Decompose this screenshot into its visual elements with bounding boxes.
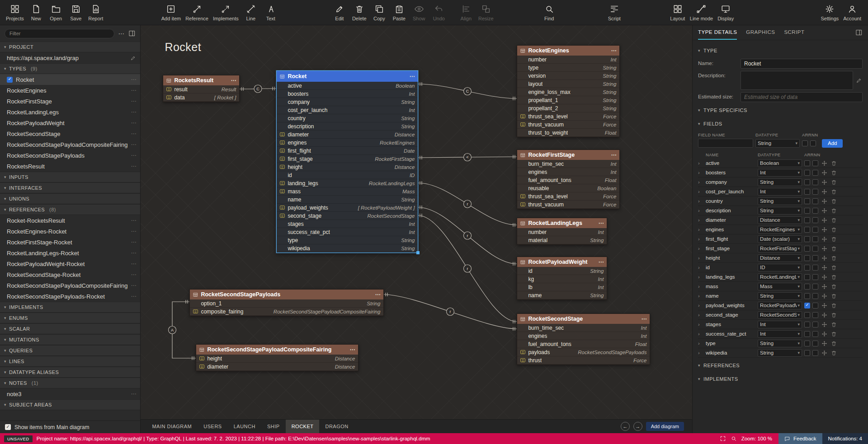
entity-field-engine-loss-max[interactable]: engine_loss_maxString [517, 88, 619, 96]
nn-checkbox[interactable] [812, 217, 818, 223]
sidebar-item-rocketfirststage-rocket[interactable]: RocketFirstStage-Rocket⋯ [0, 237, 140, 248]
nn-checkbox[interactable] [812, 189, 818, 195]
move-icon[interactable] [821, 254, 828, 262]
datatype-select[interactable]: Int▾ [758, 321, 802, 328]
expand-icon[interactable]: › [698, 246, 703, 251]
sidebar-item-rocket-rocketsresult[interactable]: Rocket-RocketsResult⋯ [0, 215, 140, 226]
delete-icon[interactable] [830, 321, 837, 328]
item-checkbox[interactable] [7, 77, 13, 83]
move-icon[interactable] [821, 264, 828, 271]
item-menu-icon[interactable]: ⋯ [131, 109, 136, 115]
delete-icon[interactable] [830, 283, 837, 290]
item-menu-icon[interactable]: ⋯ [131, 76, 136, 83]
entity-field-diameter[interactable]: diameterDistance [196, 363, 358, 371]
nn-checkbox[interactable] [812, 227, 818, 233]
arr-checkbox[interactable] [804, 227, 810, 233]
item-menu-icon[interactable]: ⋯ [131, 163, 136, 169]
item-menu-icon[interactable]: ⋯ [131, 228, 136, 234]
sidebar-section-lines[interactable]: ▾LINES [0, 356, 140, 367]
nn-checkbox[interactable] [812, 160, 818, 166]
entity-field-height[interactable]: heightDistance [277, 163, 418, 171]
entity-header[interactable]: RocketSecondStage⋯ [517, 314, 650, 324]
datatype-select[interactable]: String▾ [758, 207, 802, 215]
add-field-button[interactable]: Add [822, 139, 843, 148]
entity-menu-icon[interactable]: ⋯ [375, 291, 380, 298]
sidebar-item-rocketsecondstagepayloadcompositefairing[interactable]: RocketSecondStagePayloadCompositeFairing… [0, 280, 140, 291]
delete-icon[interactable] [830, 273, 837, 280]
edit-description-icon[interactable] [856, 77, 863, 84]
diagram-tab-rocket[interactable]: ROCKET [286, 420, 320, 433]
delete-icon[interactable] [830, 311, 837, 318]
entity-menu-icon[interactable]: ⋯ [598, 220, 604, 226]
toolbar-settings[interactable]: Settings [819, 0, 841, 25]
entity-field-fuel-amount-tons[interactable]: fuel_amount_tonsFloat [517, 340, 650, 348]
delete-icon[interactable] [830, 235, 837, 243]
entity-field-thrust-to-weight[interactable]: thrust_to_weightFloat [517, 129, 619, 137]
arr-checkbox[interactable] [804, 331, 810, 337]
item-menu-icon[interactable]: ⋯ [131, 282, 136, 289]
sidebar-item-rocketlandinglegs-rocket[interactable]: RocketLandingLegs-Rocket⋯ [0, 248, 140, 258]
move-icon[interactable] [821, 178, 828, 186]
toolbar-line[interactable]: Line [241, 0, 261, 25]
new-field-nn-checkbox[interactable] [810, 140, 816, 146]
arr-checkbox[interactable] [804, 255, 810, 261]
arr-checkbox[interactable] [804, 341, 810, 346]
toolbar-line-mode[interactable]: Line mode [688, 0, 715, 25]
new-field-datatype-select[interactable]: String ▾ [755, 139, 800, 148]
delete-icon[interactable] [830, 178, 837, 186]
nn-checkbox[interactable] [812, 341, 818, 346]
entity-rocketfirststage[interactable]: RocketFirstStage⋯burn_time_secIntengines… [517, 150, 620, 209]
new-field-name-input[interactable] [698, 139, 753, 148]
entity-field-type[interactable]: typeString [517, 64, 619, 72]
nn-checkbox[interactable] [812, 170, 818, 176]
datatype-select[interactable]: Boolean▾ [758, 159, 802, 167]
expand-icon[interactable]: › [698, 293, 703, 299]
item-menu-icon[interactable]: ⋯ [131, 250, 136, 256]
entity-field-payloads[interactable]: payloadsRocketSecondStagePayloads [517, 348, 650, 356]
entity-field-wikipedia[interactable]: wikipediaString [277, 244, 418, 252]
datatype-select[interactable]: String▾ [758, 340, 802, 347]
sidebar-item-rocketfirststage[interactable]: RocketFirstStage⋯ [0, 96, 140, 107]
entity-header[interactable]: RocketLandingLegs⋯ [517, 218, 607, 228]
prev-diagram-button[interactable]: ← [621, 422, 630, 431]
arr-checkbox[interactable] [804, 265, 810, 271]
nn-checkbox[interactable] [812, 179, 818, 185]
delete-icon[interactable] [830, 264, 837, 271]
item-menu-icon[interactable]: ⋯ [131, 98, 136, 104]
toolbar-delete[interactable]: Delete [349, 0, 369, 25]
entity-field-success-rate-pct[interactable]: success_rate_pctInt [277, 228, 418, 236]
delete-icon[interactable] [830, 254, 837, 262]
diagram-tab-launch[interactable]: LAUNCH [228, 420, 261, 433]
tab-type-details[interactable]: TYPE DETAILS [698, 25, 737, 40]
item-menu-icon[interactable]: ⋯ [131, 87, 136, 93]
delete-icon[interactable] [830, 245, 837, 252]
nn-checkbox[interactable] [812, 284, 818, 290]
entity-field-option-1[interactable]: option_1String [190, 299, 383, 308]
diagram-tab-main-diagram[interactable]: MAIN DIAGRAM [146, 420, 198, 433]
expand-icon[interactable]: › [698, 255, 703, 261]
entity-field-material[interactable]: materialString [517, 236, 607, 244]
nn-checkbox[interactable] [812, 293, 818, 299]
section-implements-header[interactable]: ▾ IMPLEMENTS [698, 373, 863, 385]
toolbar-edit[interactable]: Edit [330, 0, 349, 25]
sidebar-toggle-icon[interactable] [128, 30, 136, 37]
section-type-specifics-header[interactable]: ▾ TYPE SPECIFICS [698, 104, 863, 116]
entity-field-cost-per-launch[interactable]: cost_per_launchInt [277, 106, 418, 114]
toolbar-display[interactable]: Display [715, 0, 736, 25]
datatype-select[interactable]: RocketPayloadWeight▾ [758, 302, 802, 309]
datatype-select[interactable]: String▾ [758, 292, 802, 300]
delete-icon[interactable] [830, 340, 837, 347]
entity-field-first-flight[interactable]: first_flightDate [277, 147, 418, 155]
datatype-select[interactable]: Distance▾ [758, 254, 802, 262]
sidebar-section-project[interactable]: ▾PROJECT [0, 42, 140, 52]
toolbar-new[interactable]: New [26, 0, 46, 25]
entity-field-data[interactable]: data[ Rocket ] [163, 93, 239, 102]
nn-checkbox[interactable] [812, 303, 818, 308]
entity-menu-icon[interactable]: ⋯ [409, 73, 415, 79]
expand-icon[interactable]: › [698, 312, 703, 318]
delete-icon[interactable] [830, 159, 837, 167]
sidebar-section-enums[interactable]: ▾ENUMS [0, 313, 140, 323]
estimated-size-input[interactable] [741, 92, 863, 102]
arr-checkbox[interactable] [804, 179, 810, 185]
expand-icon[interactable]: › [698, 208, 703, 213]
